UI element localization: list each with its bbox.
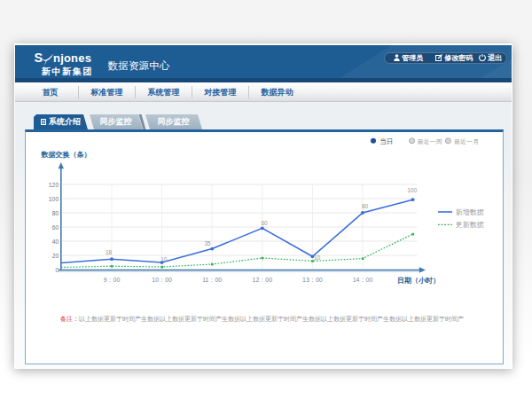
svg-text:10: 10	[160, 256, 168, 262]
svg-text:10：00: 10：00	[152, 277, 172, 283]
svg-text:11：00: 11：00	[202, 277, 222, 283]
svg-text:9：00: 9：00	[104, 277, 121, 283]
svg-text:最近一周: 最近一周	[418, 138, 442, 145]
svg-text:最近一月: 最近一月	[454, 138, 479, 145]
svg-text:100: 100	[407, 187, 417, 193]
svg-text:80: 80	[52, 210, 59, 216]
svg-text:40: 40	[52, 239, 59, 245]
svg-text:13：00: 13：00	[302, 277, 323, 283]
svg-text:80: 80	[362, 203, 369, 209]
svg-text:14：00: 14：00	[353, 277, 373, 283]
svg-text:更新数据: 更新数据	[456, 221, 484, 229]
svg-text:新中新集团: 新中新集团	[41, 66, 93, 76]
svg-text:18: 18	[106, 249, 113, 255]
svg-text:S: S	[35, 51, 43, 65]
svg-text:数据交换（条）: 数据交换（条）	[41, 151, 91, 159]
svg-text:12：00: 12：00	[253, 277, 273, 283]
svg-text:35: 35	[204, 240, 211, 246]
svg-text:20: 20	[52, 253, 59, 259]
svg-text:10: 10	[314, 254, 321, 261]
svg-text:日期（小时）: 日期（小时）	[397, 277, 440, 285]
svg-text:新增数据: 新增数据	[456, 208, 484, 216]
svg-text:100: 100	[49, 196, 59, 202]
svg-text:当日: 当日	[380, 137, 394, 145]
svg-text:njones: njones	[53, 51, 91, 65]
svg-text:120: 120	[49, 182, 59, 188]
svg-text:60: 60	[261, 220, 268, 226]
svg-text:0: 0	[55, 267, 59, 273]
svg-text:60: 60	[52, 224, 59, 231]
